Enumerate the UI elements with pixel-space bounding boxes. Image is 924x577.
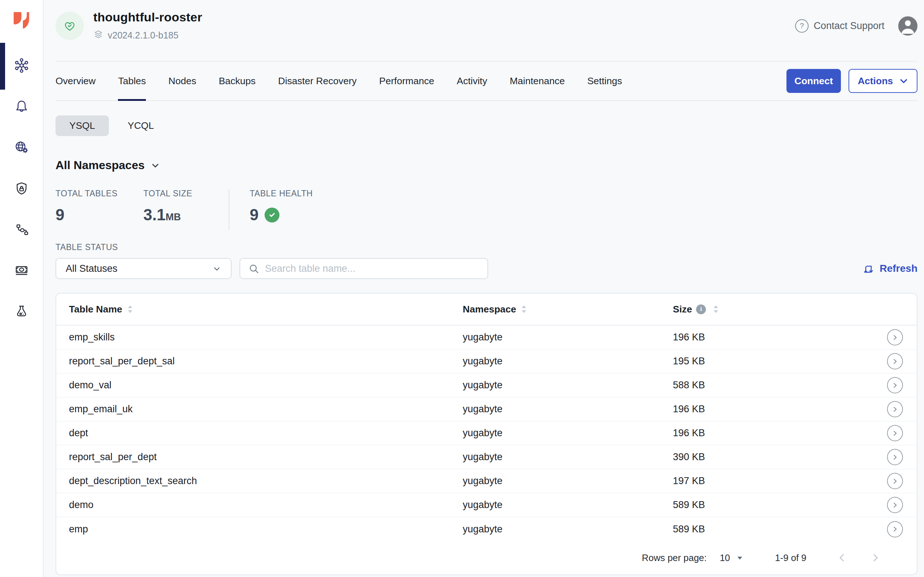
sort-icon (127, 305, 133, 314)
row-detail-chevron-icon[interactable] (887, 353, 903, 369)
table-status-select[interactable]: All Statuses (55, 258, 232, 279)
tab-nodes[interactable]: Nodes (168, 62, 196, 100)
cell-size: 589 KB (673, 524, 887, 535)
table-row[interactable]: demo yugabyte 589 KB (56, 493, 917, 517)
sidebar-item-labs[interactable] (0, 292, 43, 333)
sidebar-item-billing[interactable] (0, 251, 43, 292)
rows-per-page-select[interactable]: 10 (720, 553, 743, 563)
lab-flask-icon (13, 303, 30, 322)
cell-size: 196 KB (673, 332, 887, 343)
cluster-hub-icon (13, 57, 30, 76)
table-row[interactable]: report_sal_per_dept_sal yugabyte 195 KB (56, 350, 917, 374)
column-header-table-name[interactable]: Table Name (69, 304, 463, 315)
chevron-right-icon (870, 553, 880, 563)
sidebar-item-network[interactable] (0, 128, 43, 169)
tab-tables[interactable]: Tables (118, 62, 146, 100)
cell-table-name: report_sal_per_dept_sal (69, 356, 463, 367)
column-header-size[interactable]: Size i (673, 304, 887, 315)
yugabyte-logo-icon[interactable] (10, 9, 33, 32)
namespace-dropdown[interactable]: All Namespaces (55, 159, 918, 172)
table-status-label: TABLE STATUS (55, 242, 918, 252)
cluster-header: thoughtful-rooster v2024.2.1.0-b185 ? Co… (55, 0, 918, 62)
tab-maintenance[interactable]: Maintenance (510, 62, 565, 100)
cell-size: 390 KB (673, 451, 887, 463)
help-icon: ? (795, 19, 809, 33)
rows-per-page-label: Rows per page: (642, 553, 707, 563)
sidebar-nav (0, 46, 43, 333)
cell-namespace: yugabyte (463, 499, 673, 511)
toggle-ycql[interactable]: YCQL (114, 115, 168, 136)
table-row[interactable]: demo_val yugabyte 588 KB (56, 374, 917, 397)
cluster-tabbar: Overview Tables Nodes Backups Disaster R… (55, 62, 918, 101)
table-stats: TOTAL TABLES 9 TOTAL SIZE 3.1MB TABLE HE… (55, 189, 918, 230)
tables-card: Table Name Namespace Size i emp_skills (55, 293, 918, 575)
stat-total-size: TOTAL SIZE 3.1MB (144, 189, 229, 224)
sidebar-item-alerts[interactable] (0, 87, 43, 128)
toggle-ysql[interactable]: YSQL (55, 115, 109, 136)
sort-icon (521, 305, 527, 314)
cluster-name: thoughtful-rooster (93, 10, 202, 24)
tab-backups[interactable]: Backups (219, 62, 256, 100)
layers-icon (93, 29, 103, 42)
refresh-icon (862, 263, 875, 275)
cell-size: 196 KB (673, 427, 887, 439)
row-detail-chevron-icon[interactable] (887, 425, 903, 441)
next-page-button[interactable] (870, 553, 880, 563)
prev-page-button[interactable] (837, 553, 847, 563)
connect-button[interactable]: Connect (787, 69, 841, 93)
info-icon[interactable]: i (696, 305, 706, 314)
shield-lock-icon (13, 180, 30, 198)
row-detail-chevron-icon[interactable] (887, 521, 903, 537)
cell-namespace: yugabyte (463, 475, 673, 487)
table-row[interactable]: emp_email_uk yugabyte 196 KB (56, 397, 917, 421)
table-search-input[interactable] (265, 263, 479, 274)
cell-table-name: demo_val (69, 380, 463, 391)
chevron-left-icon (837, 553, 847, 563)
sort-icon (713, 305, 719, 314)
row-detail-chevron-icon[interactable] (887, 377, 903, 393)
sidebar-item-integrations[interactable] (0, 210, 43, 251)
tab-performance[interactable]: Performance (379, 62, 434, 100)
table-row[interactable]: dept yugabyte 196 KB (56, 421, 917, 445)
refresh-button[interactable]: Refresh (862, 263, 918, 275)
cell-namespace: yugabyte (463, 451, 673, 463)
table-row[interactable]: emp_skills yugabyte 196 KB (56, 326, 917, 350)
sidebar-item-security[interactable] (0, 169, 43, 210)
table-row[interactable]: report_sal_per_dept yugabyte 390 KB (56, 445, 917, 469)
cell-table-name: emp (69, 524, 463, 535)
tab-activity[interactable]: Activity (457, 62, 487, 100)
actions-button[interactable]: Actions (848, 69, 918, 93)
contact-support-link[interactable]: ? Contact Support (795, 19, 884, 33)
stat-total-tables: TOTAL TABLES 9 (55, 189, 144, 224)
cell-size: 588 KB (673, 380, 887, 391)
cell-table-name: demo (69, 499, 463, 511)
table-header-row: Table Name Namespace Size i (56, 293, 917, 326)
table-body: emp_skills yugabyte 196 KB report_sal_pe… (56, 326, 917, 541)
row-detail-chevron-icon[interactable] (887, 449, 903, 465)
cell-namespace: yugabyte (463, 332, 673, 343)
table-pagination: Rows per page: 10 1-9 of 9 (56, 541, 917, 574)
row-detail-chevron-icon[interactable] (887, 329, 903, 345)
api-type-toggle: YSQL YCQL (55, 115, 918, 136)
cluster-health-heart-icon (55, 11, 84, 40)
cell-namespace: yugabyte (463, 356, 673, 367)
row-detail-chevron-icon[interactable] (887, 401, 903, 417)
row-detail-chevron-icon[interactable] (887, 497, 903, 513)
chevron-down-icon (899, 76, 908, 85)
row-detail-chevron-icon[interactable] (887, 473, 903, 489)
user-avatar[interactable] (898, 16, 918, 35)
cell-size: 197 KB (673, 475, 887, 487)
tab-disaster-recovery[interactable]: Disaster Recovery (278, 62, 356, 100)
cell-namespace: yugabyte (463, 380, 673, 391)
table-row[interactable]: dept_description_text_search yugabyte 19… (56, 469, 917, 493)
tab-overview[interactable]: Overview (55, 62, 95, 100)
cell-namespace: yugabyte (463, 524, 673, 535)
sidebar-item-clusters[interactable] (0, 46, 43, 87)
column-header-namespace[interactable]: Namespace (463, 304, 673, 315)
tab-settings[interactable]: Settings (587, 62, 622, 100)
table-row[interactable]: emp yugabyte 589 KB (56, 517, 917, 541)
bell-icon (13, 98, 30, 116)
search-icon (248, 263, 260, 274)
cell-table-name: dept_description_text_search (69, 475, 463, 487)
main-area: thoughtful-rooster v2024.2.1.0-b185 ? Co… (44, 0, 924, 577)
